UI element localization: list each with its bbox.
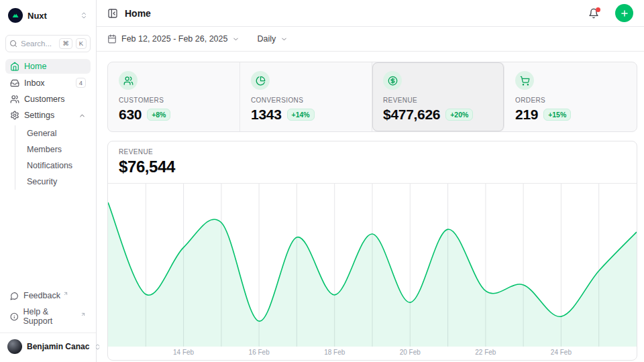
feedback-link[interactable]: Feedback [5,288,91,303]
sidebar-item-security[interactable]: Security [15,174,91,190]
date-range-picker[interactable]: Feb 12, 2025 - Feb 26, 2025 [107,34,239,44]
calendar-icon [107,34,117,44]
users-icon [10,95,19,104]
notification-dot [596,7,600,12]
plus-icon [620,9,629,18]
delta-badge: +20% [445,109,473,121]
sidebar-nav: Home Inbox 4 Customers Settings General [5,59,91,190]
sidebar-item-settings[interactable]: Settings [5,108,91,123]
search-input[interactable]: Search... ⌘ K [5,35,91,52]
cart-icon [520,76,530,86]
chevron-down-icon [232,36,239,43]
workspace-name: Nuxt [28,11,75,21]
stat-value: 219 [515,107,538,123]
help-support-link[interactable]: Help & Support [5,304,91,328]
search-placeholder: Search... [21,40,56,48]
x-tick-label: 16 Feb [249,349,270,356]
chart-value: $76,544 [119,158,626,176]
dashboard-app: Nuxt Search... ⌘ K Home Inbox 4 [0,0,644,362]
kbd-k: K [76,38,87,48]
stat-value: $477,626 [383,107,440,123]
panel-left-close-icon [107,8,118,19]
x-tick-label: 20 Feb [400,349,421,356]
x-tick-label: 22 Feb [475,349,496,356]
info-circle-icon [10,312,19,321]
stat-card[interactable]: ORDERS 219 +15% [504,62,637,131]
search-icon [9,40,17,48]
sidebar-item-home[interactable]: Home [5,59,91,74]
dollar-circle-icon [388,76,398,86]
delta-badge: +8% [147,109,170,121]
collapse-sidebar-button[interactable] [107,8,118,19]
main-area: Home Feb 12, 2025 - Feb 26, 2025 Daily [97,0,644,362]
top-bar: Home [97,0,644,27]
add-button[interactable] [615,4,633,22]
settings-subnav: General Members Notifications Security [15,125,91,190]
stat-card[interactable]: CONVERSIONS 1343 +14% [240,62,372,131]
x-tick-label: 18 Feb [324,349,345,356]
inbox-icon [10,78,19,88]
chart-header: REVENUE $76,544 [108,141,637,184]
sidebar-spacer [5,190,91,288]
granularity-select[interactable]: Daily [257,34,288,44]
delta-badge: +14% [287,109,315,121]
delta-badge: +15% [543,109,571,121]
stats-row: CUSTOMERS 630 +8% CONVERSIONS 1343 +14% [107,62,637,132]
chevrons-up-down-icon [80,11,88,19]
sidebar-item-general[interactable]: General [15,125,91,141]
nuxt-logo-icon [8,8,23,23]
sidebar-item-notifications[interactable]: Notifications [15,158,91,174]
revenue-chart-plot[interactable] [108,184,637,347]
page-title: Home [125,8,582,19]
stat-value: 1343 [251,107,282,123]
filter-toolbar: Feb 12, 2025 - Feb 26, 2025 Daily [97,27,644,52]
x-tick-label: 24 Feb [551,349,572,356]
kbd-meta: ⌘ [59,38,72,48]
gear-icon [10,111,19,120]
sidebar-footer: Feedback Help & Support [5,288,91,333]
stat-card[interactable]: CUSTOMERS 630 +8% [108,62,240,131]
user-menu[interactable]: Benjamin Canac [0,333,96,357]
users-icon [123,76,133,86]
content: CUSTOMERS 630 +8% CONVERSIONS 1343 +14% [97,52,644,362]
sidebar-item-customers[interactable]: Customers [5,92,91,107]
inbox-count-badge: 4 [76,78,86,88]
x-tick-label: 14 Feb [173,349,194,356]
chevron-down-icon [280,36,288,43]
workspace-switcher[interactable]: Nuxt [5,5,91,25]
notifications-button[interactable] [588,8,599,19]
external-link-icon [80,312,86,317]
chevron-up-icon [78,112,86,119]
external-link-icon [63,291,68,296]
chart-x-axis: 14 Feb16 Feb18 Feb20 Feb22 Feb24 Feb [108,347,637,360]
user-name: Benjamin Canac [27,342,89,351]
revenue-chart-card: REVENUE $76,544 14 Feb16 Feb18 Feb20 Feb… [107,141,637,361]
sidebar: Nuxt Search... ⌘ K Home Inbox 4 [0,0,97,362]
stat-card[interactable]: REVENUE $477,626 +20% [372,62,504,131]
chart-label: REVENUE [119,148,626,156]
pie-chart-icon [256,76,266,86]
avatar [7,339,22,354]
stat-value: 630 [119,107,142,123]
sidebar-item-inbox[interactable]: Inbox 4 [5,75,91,90]
sidebar-item-members[interactable]: Members [15,141,91,158]
revenue-chart-svg [108,184,637,347]
home-icon [10,62,19,71]
message-bubble-icon [10,292,19,300]
